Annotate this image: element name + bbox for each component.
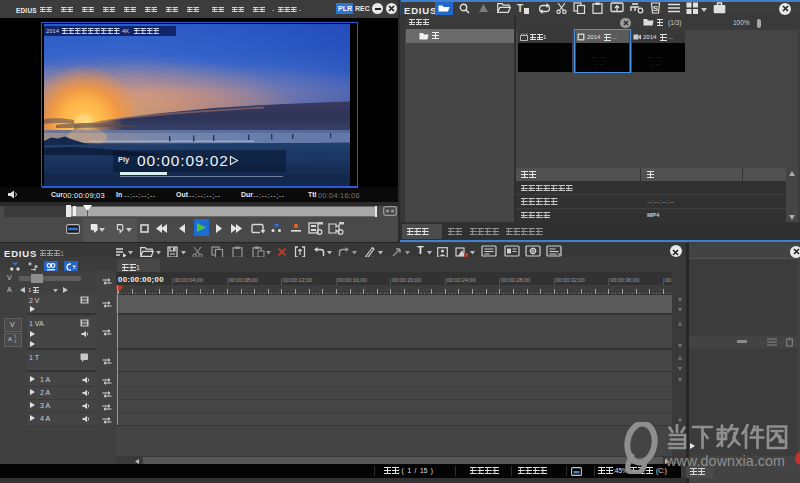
svg-text:S: S [653,4,659,13]
